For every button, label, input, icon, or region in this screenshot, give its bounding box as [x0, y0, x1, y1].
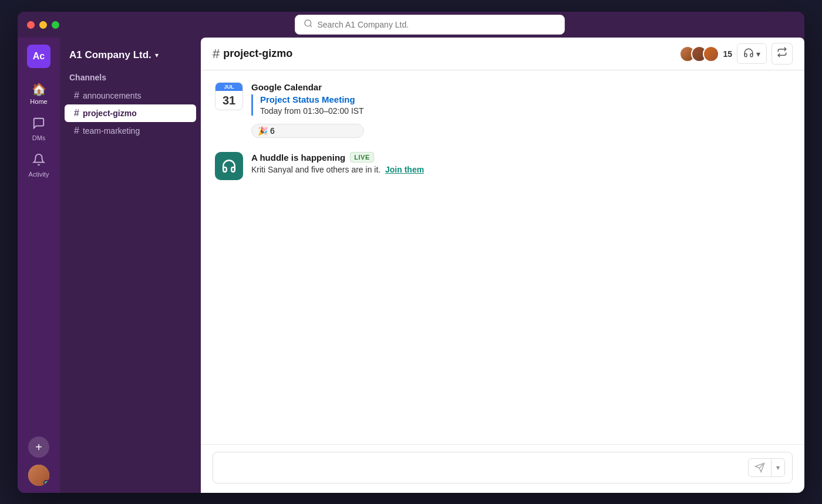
send-main-button[interactable]	[749, 459, 771, 476]
huddle-button[interactable]: ▾	[737, 43, 767, 64]
channel-sidebar: A1 Company Ltd. ▾ Channels # announcemen…	[60, 38, 201, 493]
reaction-emoji: 🎉	[258, 126, 268, 136]
header-actions: 15 ▾	[679, 43, 793, 65]
send-button-group: ▾	[748, 458, 785, 477]
channel-header: # project-gizmo 15	[201, 38, 804, 70]
member-avatars[interactable]: 15	[679, 46, 732, 62]
search-bar[interactable]	[295, 15, 565, 35]
nav-item-home[interactable]: 🏠 Home	[21, 77, 56, 110]
live-badge: LIVE	[350, 152, 373, 163]
channel-hash-icon: #	[213, 46, 220, 62]
app-body: Ac 🏠 Home DMs Activity	[18, 38, 804, 493]
workspace-name: A1 Company Ltd.	[69, 49, 151, 61]
channel-title-text: project-gizmo	[223, 48, 292, 60]
workspace-avatar[interactable]: Ac	[27, 45, 50, 68]
calendar-event-details: Project Status Meeting Today from 01:30–…	[251, 94, 364, 116]
hash-icon: #	[74, 108, 79, 119]
home-icon: 🏠	[32, 82, 46, 96]
message-input-area: ▾	[201, 444, 804, 493]
app-window: Ac 🏠 Home DMs Activity	[18, 12, 804, 493]
calendar-event-time: Today from 01:30–02:00 IST	[260, 106, 364, 116]
huddle-content: A huddle is happening LIVE Kriti Sanyal …	[251, 152, 424, 174]
calendar-event-message: Jul 31 Google Calendar Project Status Me…	[215, 82, 790, 138]
maximize-button[interactable]	[52, 21, 59, 29]
huddle-title: A huddle is happening	[251, 153, 345, 163]
user-status-dot	[43, 480, 49, 486]
workspace-chevron-icon: ▾	[155, 51, 159, 59]
huddle-chevron-icon: ▾	[756, 49, 760, 59]
calendar-app-name: Google Calendar	[251, 82, 364, 92]
workspace-header[interactable]: A1 Company Ltd. ▾	[60, 47, 201, 70]
calendar-event-link[interactable]: Project Status Meeting	[260, 94, 355, 104]
huddle-desc-text: Kriti Sanyal and five others are in it.	[251, 165, 380, 174]
close-button[interactable]	[27, 21, 35, 29]
svg-line-1	[310, 25, 312, 27]
user-avatar[interactable]	[28, 465, 49, 486]
add-button[interactable]: +	[28, 437, 49, 458]
reaction-count: 6	[270, 126, 275, 136]
message-input-wrapper: ▾	[213, 452, 793, 483]
cal-month: Jul	[215, 83, 242, 91]
messages-area: Jul 31 Google Calendar Project Status Me…	[201, 70, 804, 444]
channel-item-team-marketing[interactable]: # team-marketing	[65, 122, 196, 140]
channel-item-project-gizmo[interactable]: # project-gizmo	[65, 104, 196, 122]
nav-item-activity[interactable]: Activity	[21, 148, 56, 182]
title-bar	[18, 12, 804, 38]
send-dropdown-button[interactable]: ▾	[772, 460, 784, 475]
search-icon	[304, 19, 313, 31]
channel-name-team-marketing: team-marketing	[83, 126, 140, 136]
headphones-icon	[743, 48, 754, 60]
huddle-icon	[215, 152, 243, 180]
nav-label-activity: Activity	[29, 171, 49, 178]
icon-sidebar: Ac 🏠 Home DMs Activity	[18, 38, 60, 493]
member-count: 15	[723, 49, 732, 59]
main-content: # project-gizmo 15	[201, 38, 804, 493]
channels-section-label: Channels	[60, 70, 201, 87]
dms-icon	[32, 117, 45, 133]
nav-label-home: Home	[30, 98, 47, 105]
join-huddle-link[interactable]: Join them	[385, 165, 424, 174]
channel-name-project-gizmo: project-gizmo	[83, 109, 137, 118]
svg-point-0	[305, 20, 311, 26]
huddle-title-row: A huddle is happening LIVE	[251, 152, 424, 163]
search-input[interactable]	[318, 20, 556, 29]
google-calendar-icon: Jul 31	[215, 82, 243, 110]
nav-label-dms: DMs	[32, 134, 46, 141]
hash-icon: #	[74, 90, 79, 101]
refresh-button[interactable]	[772, 43, 793, 65]
calendar-content: Google Calendar Project Status Meeting T…	[251, 82, 364, 138]
channel-name-announcements: announcements	[83, 91, 142, 100]
message-input[interactable]	[220, 463, 743, 472]
cal-day: 31	[215, 91, 242, 110]
huddle-description: Kriti Sanyal and five others are in it. …	[251, 165, 424, 174]
channel-title: # project-gizmo	[213, 46, 292, 62]
member-avatar-3	[703, 46, 719, 62]
refresh-icon	[777, 47, 787, 60]
nav-item-dms[interactable]: DMs	[21, 112, 56, 146]
emoji-reaction[interactable]: 🎉 6	[251, 124, 364, 138]
channel-item-announcements[interactable]: # announcements	[65, 87, 196, 104]
huddle-message: A huddle is happening LIVE Kriti Sanyal …	[215, 152, 790, 180]
hash-icon: #	[74, 126, 79, 136]
minimize-button[interactable]	[39, 21, 47, 29]
bell-icon	[32, 153, 45, 169]
